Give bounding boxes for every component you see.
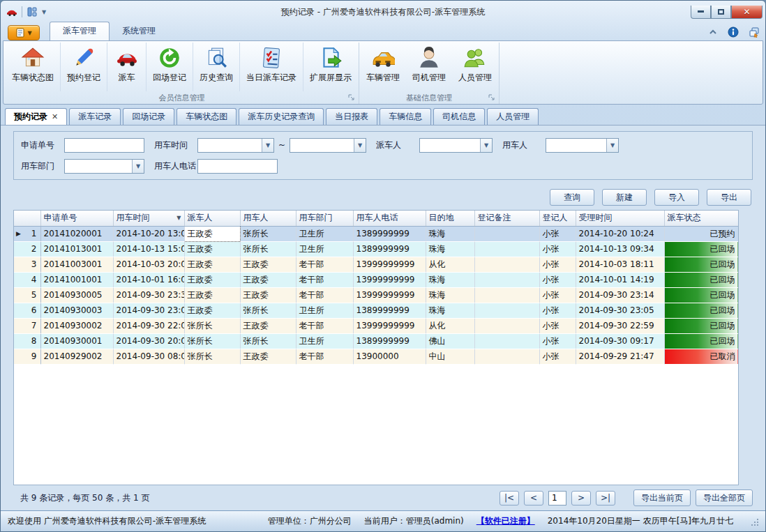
table-cell[interactable]: 已取消 [664,349,738,364]
ribbon-button-staff-manage[interactable]: 人员管理 [452,43,498,91]
table-cell[interactable]: 张所长 [184,318,240,333]
table-cell[interactable] [474,349,539,364]
table-cell[interactable]: 老干部 [296,257,353,272]
table-cell[interactable]: 王政委 [240,349,296,364]
table-cell[interactable]: 珠海 [426,287,474,303]
sort-arrow-icon[interactable]: ▼ [177,215,181,221]
ribbon-button-reservation-register[interactable]: 预约登记 [60,43,107,91]
table-cell[interactable]: 卫生所 [296,241,353,257]
table-cell[interactable]: 2014-10-01 16:00 [113,272,184,287]
page-number-input[interactable] [548,491,566,506]
layout-switch-icon[interactable] [27,6,38,17]
ribbon-tab-system[interactable]: 系统管理 [110,22,168,40]
table-cell[interactable]: 王政委 [184,303,240,318]
table-cell[interactable]: 小张 [539,333,576,349]
table-cell[interactable]: 2014-10-20 10:24 [576,226,664,241]
table-row[interactable]: 6201409300032014-09-30 23:00王政委张所长卫生所138… [14,303,738,318]
table-cell[interactable]: 2014-09-30 22:00 [113,318,184,333]
table-cell[interactable]: 2014-09-30 23:14 [576,287,664,303]
table-cell[interactable]: 王政委 [184,226,240,241]
last-page-button[interactable]: >| [596,491,615,506]
doc-tab-0[interactable]: 预约记录✕ [5,108,67,125]
table-cell[interactable]: 王政委 [240,257,296,272]
table-row[interactable]: 3201410030012014-10-03 20:00王政委王政委老干部139… [14,257,738,272]
table-cell[interactable]: 20141013001 [40,241,113,257]
row-indicator-cell[interactable]: 2 [14,241,40,257]
new-button[interactable]: 新建 [602,189,647,206]
ribbon-button-vehicle-status-map[interactable]: 车辆状态图 [6,43,60,91]
doc-tab-6[interactable]: 车辆信息 [380,108,431,125]
use-time-from-combo[interactable]: ▼ [197,138,274,153]
table-cell[interactable]: 13999999999 [353,318,426,333]
ribbon-button-return-register[interactable]: 回场登记 [146,43,193,91]
row-indicator-cell[interactable]: 6 [14,303,40,318]
table-cell[interactable]: 老干部 [296,287,353,303]
close-button[interactable]: ✕ [731,6,763,19]
table-cell[interactable]: 2014-09-30 23:30 [113,287,184,303]
table-cell[interactable]: 珠海 [426,272,474,287]
table-cell[interactable]: 小张 [539,226,576,241]
table-cell[interactable]: 已回场 [664,241,738,257]
phone-input[interactable] [198,160,277,173]
table-cell[interactable]: 张所长 [240,241,296,257]
doc-tab-8[interactable]: 人员管理 [487,108,539,125]
ribbon-button-vehicle-manage[interactable]: 车辆管理 [360,43,406,91]
column-header-用车时间[interactable]: 用车时间▼ [113,211,184,226]
table-cell[interactable]: 13999999999 [353,257,426,272]
row-indicator-cell[interactable]: 4 [14,272,40,287]
table-cell[interactable] [474,257,539,272]
collapse-ribbon-icon[interactable] [708,27,718,37]
table-cell[interactable]: 20140930001 [40,333,113,349]
doc-tab-4[interactable]: 派车历史记录查询 [239,108,324,125]
table-cell[interactable]: 老干部 [296,349,353,364]
column-header-用车人电话[interactable]: 用车人电话 [353,211,426,226]
table-cell[interactable]: 2014-09-30 23:00 [113,303,184,318]
table-row[interactable]: 7201409300022014-09-30 22:00张所长王政委老干部139… [14,318,738,333]
doc-tab-5[interactable]: 当日报表 [326,108,377,125]
license-link[interactable]: 【软件已注册】 [476,515,535,527]
column-header-申请单号[interactable]: 申请单号 [40,211,113,226]
import-button[interactable]: 导入 [654,189,699,206]
table-cell[interactable]: 老干部 [296,272,353,287]
table-cell[interactable]: 卫生所 [296,333,353,349]
table-cell[interactable]: 中山 [426,349,474,364]
dept-combo[interactable]: ▼ [64,159,144,174]
table-row[interactable]: 4201410010012014-10-01 16:00王政委王政委老干部139… [14,272,738,287]
table-cell[interactable]: 1389999999 [353,333,426,349]
table-cell[interactable]: 20140929002 [40,349,113,364]
column-header-登记人[interactable]: 登记人 [539,211,576,226]
query-button[interactable]: 查询 [550,189,594,206]
prev-page-button[interactable]: < [524,491,543,506]
export-all-pages-button[interactable]: 导出全部页 [696,489,753,506]
table-cell[interactable]: 20141001001 [40,272,113,287]
table-cell[interactable]: 13999999999 [353,287,426,303]
table-cell[interactable]: 2014-10-13 09:34 [576,241,664,257]
chevron-down-icon[interactable]: ▼ [262,139,273,152]
table-cell[interactable]: 小张 [539,272,576,287]
table-cell[interactable]: 张所长 [240,226,296,241]
table-cell[interactable]: 小张 [539,241,576,257]
dialog-launcher-icon[interactable] [488,94,495,101]
doc-tab-1[interactable]: 派车记录 [69,108,121,125]
table-cell[interactable]: 张所长 [184,349,240,364]
table-cell[interactable]: 小张 [539,287,576,303]
table-cell[interactable] [474,333,539,349]
column-header-派车人[interactable]: 派车人 [184,211,240,226]
chevron-down-icon[interactable]: ▼ [354,139,366,152]
table-cell[interactable]: 已回场 [664,318,738,333]
table-cell[interactable]: 2014-09-30 23:05 [576,303,664,318]
chevron-down-icon[interactable]: ▼ [480,139,492,152]
table-cell[interactable]: 2014-10-13 15:00 [113,241,184,257]
table-cell[interactable]: 小张 [539,318,576,333]
table-cell[interactable]: 2014-09-29 21:47 [576,349,664,364]
table-cell[interactable] [474,226,539,241]
table-cell[interactable]: 从化 [426,257,474,272]
table-cell[interactable]: 王政委 [184,241,240,257]
table-cell[interactable]: 13900000 [353,349,426,364]
table-cell[interactable] [474,303,539,318]
table-cell[interactable]: 已回场 [664,287,738,303]
table-cell[interactable] [474,241,539,257]
row-indicator-cell[interactable]: 8 [14,333,40,349]
info-icon[interactable] [728,26,739,38]
export-button[interactable]: 导出 [707,189,751,206]
